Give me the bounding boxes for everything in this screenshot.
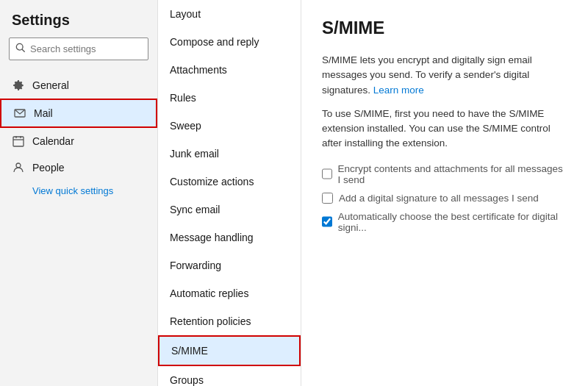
checkbox-label-auto-cert: Automatically choose the best certificat…: [338, 211, 567, 233]
middle-item-layout[interactable]: Layout: [158, 0, 301, 28]
middle-item-junk[interactable]: Junk email: [158, 140, 301, 168]
middle-item-rules[interactable]: Rules: [158, 84, 301, 112]
mail-icon: [13, 107, 26, 120]
sidebar-title: Settings: [0, 12, 157, 37]
sidebar-item-calendar[interactable]: Calendar: [0, 128, 157, 154]
search-icon: [15, 43, 26, 55]
learn-more-link[interactable]: Learn more: [373, 85, 424, 96]
middle-item-sync[interactable]: Sync email: [158, 196, 301, 224]
middle-item-compose[interactable]: Compose and reply: [158, 28, 301, 56]
svg-line-1: [22, 49, 24, 51]
checkboxes-container: Encrypt contents and attachments for all…: [322, 163, 567, 233]
sidebar: Settings General Mail: [0, 0, 158, 386]
search-box[interactable]: [9, 37, 148, 60]
checkbox-item-signature: Add a digital signature to all messages …: [322, 193, 567, 204]
middle-item-auto-replies[interactable]: Automatic replies: [158, 279, 301, 307]
quick-settings-link[interactable]: View quick settings: [0, 181, 157, 201]
sidebar-item-label-people: People: [32, 162, 65, 174]
checkbox-encrypt[interactable]: [322, 168, 332, 179]
content-description1: S/MIME lets you encrypt and digitally si…: [322, 53, 567, 98]
middle-item-sweep[interactable]: Sweep: [158, 112, 301, 140]
content-panel: S/MIME S/MIME lets you encrypt and digit…: [301, 0, 588, 386]
gear-icon: [12, 79, 25, 92]
middle-item-retention[interactable]: Retention policies: [158, 307, 301, 335]
sidebar-item-general[interactable]: General: [0, 72, 157, 99]
sidebar-item-label-general: General: [32, 79, 69, 91]
middle-item-message[interactable]: Message handling: [158, 224, 301, 251]
calendar-icon: [12, 135, 25, 148]
middle-panel: LayoutCompose and replyAttachmentsRulesS…: [158, 0, 301, 386]
svg-rect-3: [13, 137, 24, 146]
person-icon: [12, 161, 25, 174]
checkbox-label-encrypt: Encrypt contents and attachments for all…: [338, 163, 567, 185]
svg-point-7: [16, 163, 21, 168]
checkbox-item-encrypt: Encrypt contents and attachments for all…: [322, 163, 567, 185]
middle-item-smime[interactable]: S/MIME: [158, 335, 301, 366]
middle-item-attachments[interactable]: Attachments: [158, 56, 301, 84]
middle-item-customize[interactable]: Customize actions: [158, 168, 301, 196]
checkbox-auto-cert[interactable]: [322, 216, 332, 227]
middle-item-groups[interactable]: Groups: [158, 366, 301, 386]
checkbox-label-signature: Add a digital signature to all messages …: [339, 193, 539, 204]
content-description2: To use S/MIME, first you need to have th…: [322, 107, 567, 151]
checkbox-item-auto-cert: Automatically choose the best certificat…: [322, 211, 567, 233]
content-title: S/MIME: [322, 18, 567, 38]
sidebar-item-people[interactable]: People: [0, 154, 157, 181]
search-input[interactable]: [30, 43, 142, 54]
sidebar-item-mail[interactable]: Mail: [0, 99, 157, 128]
checkbox-signature[interactable]: [322, 193, 333, 204]
middle-item-forwarding[interactable]: Forwarding: [158, 251, 301, 279]
sidebar-item-label-calendar: Calendar: [32, 135, 74, 147]
sidebar-item-label-mail: Mail: [34, 107, 53, 119]
